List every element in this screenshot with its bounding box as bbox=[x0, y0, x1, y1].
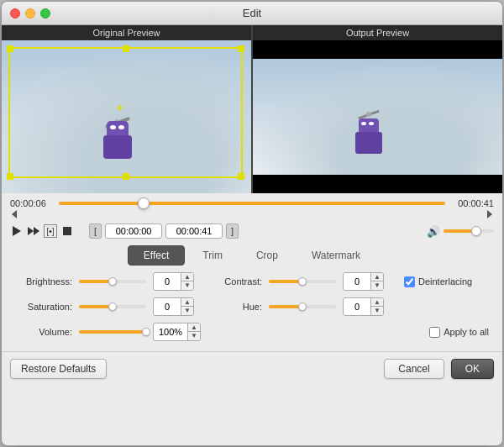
playback-row: [•] [ ] 🔊 bbox=[10, 222, 494, 240]
saturation-input[interactable] bbox=[154, 300, 181, 313]
timeline-start-time: 00:00:06 bbox=[10, 198, 54, 208]
brightness-stepper[interactable]: ▲ ▼ bbox=[181, 273, 193, 290]
cancel-button[interactable]: Cancel bbox=[384, 359, 444, 379]
char-body bbox=[103, 135, 132, 159]
original-preview-panel: Original Preview bbox=[2, 25, 251, 193]
letterbox-bottom bbox=[253, 175, 502, 193]
crop-handle-bl[interactable] bbox=[7, 173, 13, 180]
brightness-input-group[interactable]: ▲ ▼ bbox=[153, 272, 194, 291]
volume-input[interactable] bbox=[154, 325, 187, 339]
tab-crop[interactable]: Crop bbox=[240, 245, 294, 266]
saturation-stepper-down[interactable]: ▼ bbox=[181, 307, 193, 315]
brightness-slider-thumb[interactable] bbox=[108, 277, 117, 286]
volume-slider-effect-thumb[interactable] bbox=[142, 328, 150, 336]
hue-input-group[interactable]: ▲ ▼ bbox=[343, 297, 384, 316]
minimize-button[interactable] bbox=[25, 8, 35, 18]
crop-handle-br[interactable] bbox=[238, 173, 244, 180]
brightness-stepper-up[interactable]: ▲ bbox=[181, 273, 193, 281]
fast-forward-button[interactable] bbox=[27, 224, 40, 238]
output-preview-label: Output Preview bbox=[253, 25, 502, 40]
volume-thumb[interactable] bbox=[471, 226, 481, 236]
current-time-input[interactable] bbox=[105, 224, 162, 239]
ok-button[interactable]: OK bbox=[451, 359, 494, 379]
crop-handle-tc[interactable] bbox=[123, 45, 129, 52]
maximize-button[interactable] bbox=[40, 8, 50, 18]
volume-slider-track[interactable] bbox=[79, 326, 146, 338]
contrast-slider-thumb[interactable] bbox=[298, 277, 307, 286]
controls-area: 00:00:06 00:00:41 [•] [ bbox=[2, 193, 502, 348]
contrast-label: Contrast: bbox=[216, 276, 262, 287]
frame-step-button[interactable]: [•] bbox=[44, 224, 57, 238]
crop-handle-tr[interactable] bbox=[238, 45, 244, 52]
saturation-slider-thumb[interactable] bbox=[108, 302, 117, 311]
close-button[interactable] bbox=[10, 8, 20, 18]
tab-trim[interactable]: Trim bbox=[186, 245, 239, 266]
contrast-stepper-down[interactable]: ▼ bbox=[371, 281, 383, 290]
volume-stepper-down[interactable]: ▼ bbox=[188, 332, 200, 340]
out-point-button[interactable]: ] bbox=[226, 224, 239, 239]
saturation-slider-track[interactable] bbox=[79, 301, 146, 313]
nav-left-icon[interactable] bbox=[12, 210, 17, 218]
nav-row bbox=[10, 210, 494, 218]
output-video-frame bbox=[253, 59, 502, 175]
hue-stepper-up[interactable]: ▲ bbox=[371, 298, 383, 307]
saturation-slider-fill bbox=[79, 305, 113, 308]
character-original bbox=[97, 121, 139, 163]
stop-icon bbox=[63, 227, 71, 235]
brightness-slider-track[interactable] bbox=[79, 276, 146, 287]
apply-to-all-group: Apply to all bbox=[429, 327, 489, 338]
nav-right-icon[interactable] bbox=[487, 210, 492, 218]
volume-slider[interactable] bbox=[444, 229, 494, 233]
brightness-slider-bg bbox=[79, 280, 146, 283]
hue-label: Hue: bbox=[216, 302, 262, 312]
volume-icon: 🔊 bbox=[427, 225, 440, 238]
original-preview-content bbox=[2, 40, 251, 193]
duration-input[interactable] bbox=[165, 224, 223, 239]
stop-button[interactable] bbox=[60, 224, 74, 238]
contrast-slider-track[interactable] bbox=[269, 276, 336, 287]
saturation-input-group[interactable]: ▲ ▼ bbox=[153, 297, 194, 316]
timeline-thumb[interactable] bbox=[138, 197, 150, 209]
contrast-slider-fill bbox=[269, 280, 302, 283]
saturation-stepper-up[interactable]: ▲ bbox=[181, 298, 193, 307]
crop-handle-bc[interactable] bbox=[123, 173, 129, 180]
tab-watermark[interactable]: Watermark bbox=[296, 245, 376, 266]
deinterlacing-checkbox[interactable] bbox=[404, 276, 415, 287]
output-preview-panel: Output Preview bbox=[253, 25, 502, 193]
play-button[interactable] bbox=[10, 224, 24, 238]
tabs-row: Effect Trim Crop Watermark bbox=[10, 245, 494, 266]
hue-stepper[interactable]: ▲ ▼ bbox=[370, 298, 383, 315]
contrast-input-group[interactable]: ▲ ▼ bbox=[343, 272, 384, 291]
preview-area: Original Preview bbox=[2, 25, 502, 193]
volume-effect-slider-bg bbox=[79, 330, 146, 334]
contrast-stepper-up[interactable]: ▲ bbox=[371, 273, 383, 281]
crop-handle-tl[interactable] bbox=[7, 45, 13, 52]
volume-input-group[interactable]: ▲ ▼ bbox=[153, 323, 201, 341]
contrast-stepper[interactable]: ▲ ▼ bbox=[370, 273, 383, 290]
character-output bbox=[348, 112, 390, 154]
hue-input[interactable] bbox=[344, 300, 370, 313]
char-eye2 bbox=[118, 125, 124, 129]
hue-slider-thumb[interactable] bbox=[298, 302, 307, 311]
volume-stepper[interactable]: ▲ ▼ bbox=[187, 323, 200, 340]
saturation-stepper[interactable]: ▲ ▼ bbox=[181, 298, 193, 315]
restore-defaults-button[interactable]: Restore Defaults bbox=[10, 359, 107, 379]
brightness-label: Brightness: bbox=[15, 276, 72, 287]
hue-stepper-down[interactable]: ▼ bbox=[371, 307, 383, 315]
contrast-input[interactable] bbox=[344, 275, 370, 288]
in-point-button[interactable]: [ bbox=[89, 224, 102, 239]
brightness-stepper-down[interactable]: ▼ bbox=[181, 281, 193, 290]
char-eye1 bbox=[110, 125, 116, 129]
brightness-input[interactable] bbox=[154, 275, 181, 288]
titlebar: Edit bbox=[2, 2, 502, 25]
timeline-slider[interactable] bbox=[59, 202, 445, 205]
window-title: Edit bbox=[243, 7, 261, 19]
output-preview-content bbox=[253, 40, 502, 193]
apply-to-all-checkbox[interactable] bbox=[429, 327, 440, 338]
original-preview-label: Original Preview bbox=[2, 25, 251, 40]
hue-slider-track[interactable] bbox=[269, 301, 336, 313]
tab-effect[interactable]: Effect bbox=[128, 245, 185, 266]
deinterlacing-group: Deinterlacing bbox=[404, 276, 472, 287]
footer-right: Cancel OK bbox=[384, 359, 494, 379]
volume-stepper-up[interactable]: ▲ bbox=[188, 323, 200, 332]
